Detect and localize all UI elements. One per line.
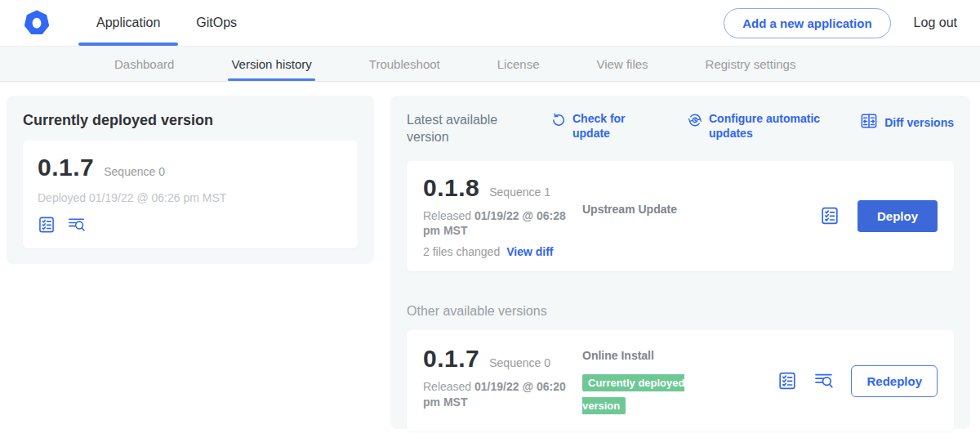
- topnav-right: Add a new application Log out: [724, 0, 957, 46]
- tab-troubleshoot[interactable]: Troubleshoot: [369, 47, 440, 81]
- preflight-checklist-icon[interactable]: [820, 206, 840, 226]
- deployed-timestamp: Deployed 01/19/22 @ 06:26 pm MST: [38, 191, 343, 204]
- active-subtab-underline: [228, 78, 314, 81]
- available-versions-panel: Latest available version Check for updat…: [390, 96, 970, 429]
- tab-license[interactable]: License: [497, 47, 540, 81]
- tab-application-label: Application: [96, 16, 160, 30]
- top-tabs: Application GitOps: [78, 0, 255, 46]
- other-version-number: 0.1.7: [423, 345, 479, 373]
- diff-columns-icon: [859, 112, 879, 134]
- files-changed-label: 2 files changed: [423, 245, 500, 258]
- tab-gitops[interactable]: GitOps: [178, 0, 255, 46]
- top-navbar: Application GitOps Add a new application…: [0, 0, 980, 47]
- latest-available-title: Latest available version: [407, 112, 511, 146]
- add-application-button[interactable]: Add a new application: [724, 8, 890, 38]
- other-version-card: 0.1.7 Sequence 0 Released 01/19/22 @ 06:…: [407, 330, 954, 431]
- deploy-logs-icon[interactable]: [813, 371, 835, 391]
- diff-versions-button[interactable]: Diff versions: [859, 112, 954, 134]
- active-tab-underline: [78, 42, 178, 46]
- other-sequence-label: Sequence 0: [489, 356, 550, 369]
- deployed-version-card: 0.1.7 Sequence 0 Deployed 01/19/22 @ 06:…: [23, 141, 358, 248]
- deploy-button[interactable]: Deploy: [858, 200, 938, 232]
- other-versions-heading: Other available versions: [407, 304, 954, 319]
- redeploy-button[interactable]: Redeploy: [851, 365, 938, 397]
- deploy-logs-icon[interactable]: [67, 216, 87, 234]
- deployed-sequence-label: Sequence 0: [104, 165, 165, 178]
- tab-dashboard[interactable]: Dashboard: [114, 47, 174, 81]
- currently-deployed-panel: Currently deployed version 0.1.7 Sequenc…: [7, 96, 374, 264]
- latest-source-label: Upstream Update: [582, 203, 677, 216]
- latest-version-number: 0.1.8: [423, 174, 479, 202]
- currently-deployed-title: Currently deployed version: [23, 112, 358, 129]
- tab-registry-settings[interactable]: Registry settings: [706, 47, 796, 81]
- check-for-update-button[interactable]: Check for update: [550, 112, 639, 141]
- view-diff-link[interactable]: View diff: [506, 245, 553, 258]
- latest-version-card: 0.1.8 Sequence 1 Released 01/19/22 @ 06:…: [407, 161, 954, 272]
- app-subnav: Dashboard Version history Troubleshoot L…: [0, 47, 980, 82]
- other-source-label: Online Install: [582, 349, 654, 362]
- refresh-icon: [550, 112, 567, 132]
- auto-update-schedule-icon: [687, 112, 703, 132]
- app-logo-icon: [23, 0, 51, 46]
- configure-automatic-updates-button[interactable]: Configure automatic updates: [687, 112, 831, 141]
- tab-view-files[interactable]: View files: [596, 47, 648, 81]
- other-released-timestamp: Released 01/19/22 @ 06:20 pm MST: [423, 379, 582, 410]
- deployed-version-number: 0.1.7: [38, 154, 94, 181]
- tab-application[interactable]: Application: [78, 0, 178, 46]
- tab-version-history[interactable]: Version history: [231, 47, 311, 81]
- currently-deployed-badge: Currently deployed version: [582, 374, 684, 414]
- tab-gitops-label: GitOps: [196, 16, 237, 30]
- available-panel-header: Latest available version Check for updat…: [407, 112, 954, 146]
- preflight-checklist-icon[interactable]: [777, 371, 797, 391]
- logout-link[interactable]: Log out: [914, 16, 957, 30]
- preflight-checklist-icon[interactable]: [38, 216, 56, 234]
- latest-sequence-label: Sequence 1: [489, 185, 550, 199]
- latest-released-timestamp: Released 01/19/22 @ 06:28 pm MST: [423, 208, 582, 239]
- main-content: Currently deployed version 0.1.7 Sequenc…: [0, 82, 980, 438]
